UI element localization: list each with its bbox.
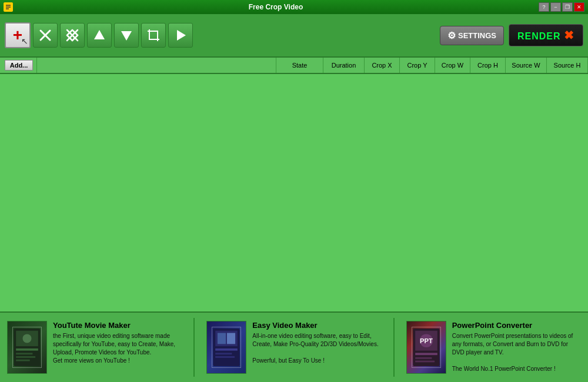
promo-thumbnail-3: PPT [406, 321, 446, 374]
svg-rect-27 [16, 356, 35, 358]
promo-item-3: PPT PowerPoint Converter Convert PowerPo… [406, 321, 581, 374]
promo-desc-2: All-in-one video editing software, easy … [252, 332, 381, 365]
svg-rect-31 [218, 333, 226, 344]
promo-divider-2 [393, 318, 395, 377]
promo-panel: YouTute Movie Maker the First, unique vi… [0, 311, 588, 382]
move-up-icon [93, 29, 106, 42]
main-window: + ↖ [0, 14, 588, 382]
svg-rect-25 [16, 349, 38, 351]
svg-rect-28 [16, 360, 30, 361]
sourceh-column-header: Source H [547, 58, 588, 73]
promo-desc-1: the First, unique video editing software… [53, 332, 182, 365]
file-list [0, 74, 588, 311]
render-label: RENDER [517, 31, 561, 41]
promo-text-2: Easy Video Maker All-in-one video editin… [252, 321, 381, 365]
crop-icon [147, 29, 160, 42]
svg-rect-26 [16, 353, 32, 354]
title-bar: Free Crop Video ? − ❐ ✕ [0, 0, 588, 14]
toolbar: + ↖ [0, 14, 588, 58]
table-header: Add... State Duration Crop X Crop Y Crop… [0, 58, 588, 74]
svg-marker-15 [121, 31, 132, 41]
promo-thumbnail-2 [206, 321, 246, 374]
settings-label: SETTINGS [458, 31, 496, 40]
name-column-header [36, 58, 276, 73]
promo-item-1: YouTute Movie Maker the First, unique vi… [7, 321, 182, 374]
cropw-column-header: Crop W [435, 58, 470, 73]
promo-title-1: YouTute Movie Maker [53, 321, 182, 330]
move-down-icon [120, 29, 133, 42]
svg-rect-34 [216, 353, 232, 354]
delete-button[interactable] [33, 23, 58, 48]
promo-desc-3: Convert PowerPoint presentations to vide… [452, 332, 581, 373]
move-up-button[interactable] [87, 23, 112, 48]
delete-icon [39, 29, 52, 42]
svg-point-24 [22, 334, 31, 343]
svg-text:PPT: PPT [420, 337, 433, 344]
duration-column-header: Duration [323, 58, 365, 73]
crop-button[interactable] [141, 23, 166, 48]
state-column-header: State [276, 58, 323, 73]
close-button[interactable]: ✕ [574, 2, 584, 12]
play-button[interactable] [168, 23, 193, 48]
book-cover-2 [212, 327, 241, 368]
window-controls: ? − ❐ ✕ [539, 2, 584, 12]
toolbar-right: ⚙ SETTINGS RENDER ✖ [440, 24, 583, 46]
svg-rect-35 [216, 356, 235, 358]
svg-marker-21 [177, 30, 186, 41]
svg-rect-33 [216, 349, 238, 351]
add-col-header: Add... [1, 58, 36, 73]
restore-button[interactable]: ❐ [562, 2, 573, 12]
render-icon: ✖ [564, 29, 574, 42]
svg-marker-14 [94, 30, 105, 39]
promo-thumbnail-1 [7, 321, 47, 374]
svg-rect-40 [415, 353, 437, 355]
promo-text-1: YouTute Movie Maker the First, unique vi… [53, 321, 182, 365]
promo-divider-1 [193, 318, 195, 377]
delete-all-button[interactable] [60, 23, 85, 48]
svg-rect-42 [415, 361, 435, 363]
cursor-icon: ↖ [21, 36, 28, 46]
play-icon [174, 29, 187, 42]
gear-icon: ⚙ [447, 30, 456, 41]
promo-text-3: PowerPoint Converter Convert PowerPoint … [452, 321, 581, 373]
book-cover-1 [12, 327, 42, 368]
minimize-button[interactable]: − [550, 2, 561, 12]
book-cover-3: PPT [412, 327, 441, 368]
app-icon [4, 2, 13, 12]
app-title: Free Crop Video [13, 3, 539, 11]
svg-rect-16 [149, 31, 158, 39]
help-button[interactable]: ? [539, 2, 549, 12]
promo-item-2: Easy Video Maker All-in-one video editin… [206, 321, 381, 374]
sourcew-column-header: Source W [506, 58, 547, 73]
table-add-button[interactable]: Add... [5, 60, 34, 71]
move-down-button[interactable] [114, 23, 139, 48]
promo-title-2: Easy Video Maker [252, 321, 381, 330]
delete-all-icon [66, 29, 79, 42]
svg-rect-32 [227, 333, 235, 344]
cropy-column-header: Crop Y [400, 58, 435, 73]
render-button[interactable]: RENDER ✖ [509, 24, 583, 46]
promo-title-3: PowerPoint Converter [452, 321, 581, 330]
add-button[interactable]: + ↖ [5, 22, 31, 48]
settings-button[interactable]: ⚙ SETTINGS [440, 26, 504, 45]
svg-rect-41 [415, 357, 432, 359]
cropx-column-header: Crop X [365, 58, 400, 73]
croph-column-header: Crop H [470, 58, 506, 73]
